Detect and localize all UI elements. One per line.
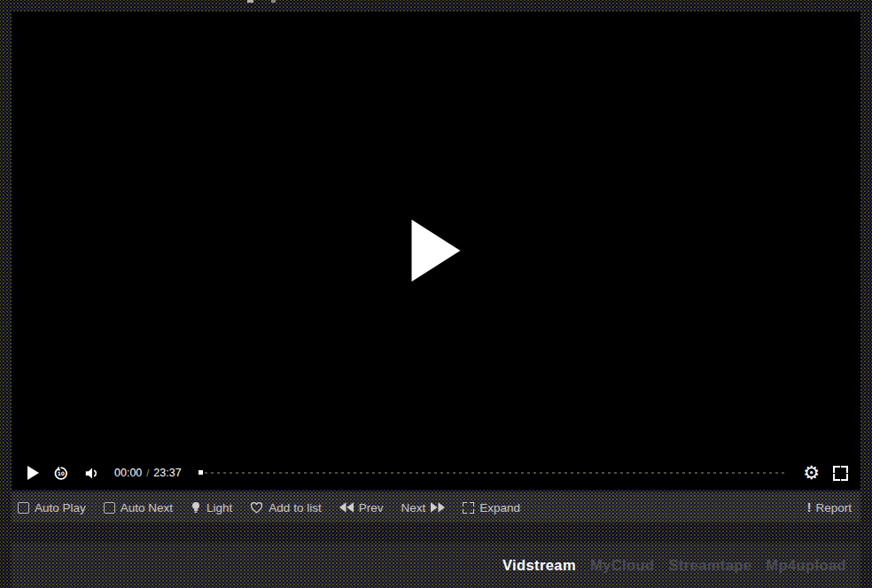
seek-playhead[interactable]: [199, 470, 203, 475]
next-episode-button[interactable]: Next: [401, 501, 445, 514]
next-icon: [431, 502, 445, 513]
prev-episode-button[interactable]: Prev: [339, 501, 384, 514]
report-label: Report: [815, 501, 852, 514]
auto-play-checkbox-icon: [18, 502, 29, 514]
time-separator: /: [146, 468, 149, 478]
auto-next-label: Auto Next: [121, 501, 173, 514]
player-control-bar: 10 00:00 / 23:37 ⚙: [12, 456, 860, 490]
fullscreen-button[interactable]: [833, 466, 848, 481]
auto-play-label: Auto Play: [35, 501, 86, 514]
toolbar-left-group: Auto Play Auto Next Light Add to list: [18, 501, 520, 514]
svg-text:10: 10: [58, 470, 65, 476]
volume-icon: [82, 465, 101, 482]
play-icon: [27, 466, 39, 480]
clipped-title-fragment: [271, 0, 276, 3]
player-toolbar: Auto Play Auto Next Light Add to list: [12, 492, 860, 522]
server-tab-mycloud[interactable]: MyCloud: [590, 557, 654, 574]
add-to-list-button[interactable]: Add to list: [250, 501, 321, 514]
next-label: Next: [401, 501, 425, 514]
heart-icon: [250, 502, 263, 514]
expand-button[interactable]: Expand: [463, 501, 520, 514]
report-button[interactable]: ! Report: [807, 500, 852, 514]
server-tab-vidstream[interactable]: Vidstream: [502, 557, 576, 574]
big-play-icon[interactable]: [412, 220, 461, 282]
rewind-10-button[interactable]: 10: [52, 465, 69, 482]
play-button[interactable]: [27, 466, 39, 480]
fullscreen-icon: [833, 466, 848, 481]
time-display: 00:00 / 23:37: [114, 467, 182, 479]
light-toggle[interactable]: Light: [191, 501, 232, 514]
prev-label: Prev: [359, 501, 384, 514]
auto-next-checkbox-icon: [104, 502, 115, 514]
settings-button[interactable]: ⚙: [803, 464, 820, 483]
volume-button[interactable]: [82, 465, 101, 482]
current-time: 00:00: [114, 467, 142, 479]
seek-bar[interactable]: [199, 468, 785, 477]
server-tab-mp4upload[interactable]: Mp4upload: [766, 557, 846, 574]
expand-label: Expand: [479, 501, 520, 514]
gear-icon: ⚙: [803, 464, 820, 483]
lightbulb-icon: [191, 501, 201, 514]
duration: 23:37: [153, 467, 181, 479]
clipped-title-fragment: [247, 0, 253, 3]
light-label: Light: [206, 501, 232, 514]
expand-icon: [463, 502, 474, 514]
prev-icon: [339, 502, 354, 513]
auto-play-toggle[interactable]: Auto Play: [18, 501, 86, 514]
auto-next-toggle[interactable]: Auto Next: [104, 501, 173, 514]
add-to-list-label: Add to list: [269, 501, 321, 514]
rewind-10-icon: 10: [52, 465, 69, 482]
server-select-panel: Vidstream MyCloud Streamtape Mp4upload: [12, 543, 860, 588]
exclamation-icon: !: [807, 500, 812, 514]
seek-track: [199, 472, 785, 474]
video-player[interactable]: 10 00:00 / 23:37 ⚙: [12, 12, 860, 490]
server-tab-streamtape[interactable]: Streamtape: [668, 557, 751, 574]
